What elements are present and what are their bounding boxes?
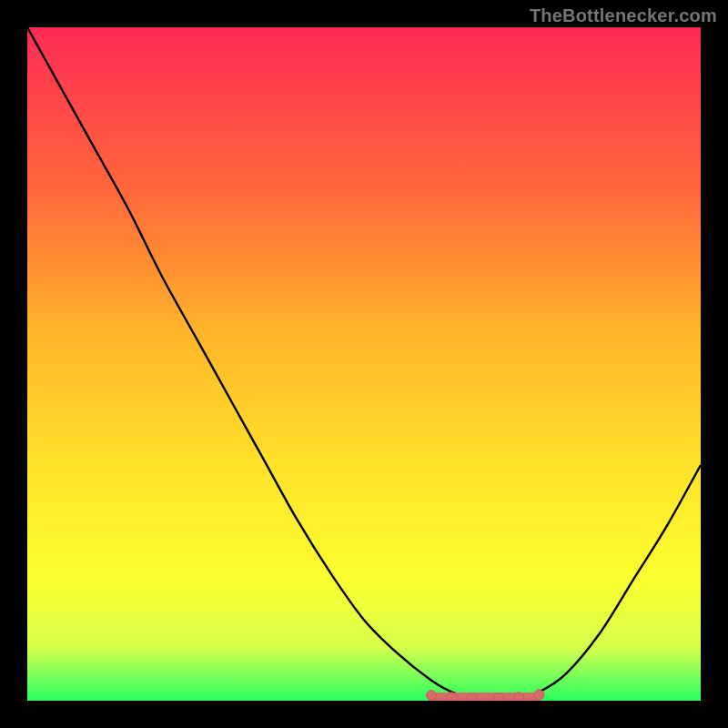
chart-frame: TheBottlenecker.com [0, 0, 728, 728]
attribution-text: TheBottlenecker.com [530, 5, 717, 26]
marker-point [447, 693, 457, 701]
marker-point [494, 693, 504, 701]
plot-area [27, 27, 701, 701]
marker-point [534, 690, 544, 700]
marker-point [467, 693, 477, 701]
marker-point [514, 693, 524, 701]
chart-svg [27, 27, 701, 701]
gradient-background [27, 27, 701, 701]
marker-point [427, 691, 437, 701]
